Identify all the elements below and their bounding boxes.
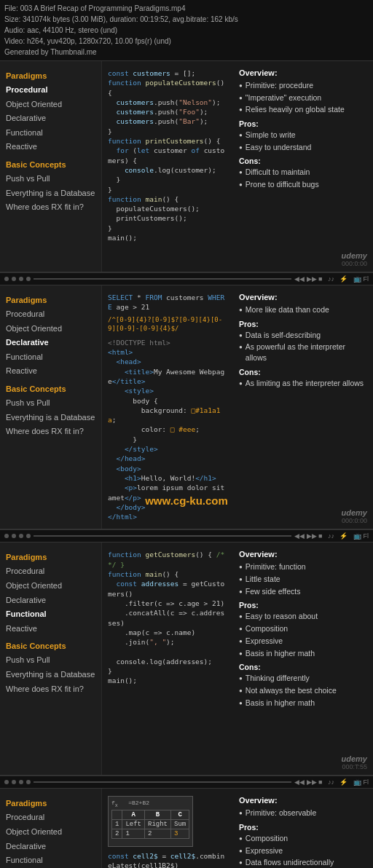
overview-bullet-3: Relies heavily on global state — [239, 104, 367, 115]
info-panel-declarative: Overview: More like data than code Pros:… — [233, 285, 373, 529]
top-bar: File: 003 A Brief Recap of Programming P… — [0, 0, 373, 61]
overview-title-1: Overview: — [239, 68, 367, 77]
video-bar-1: ◀◀ ▶▶ ■ ♪♪ ⚡ 📺 Fl — [0, 272, 373, 285]
sidebar-item-functional-1[interactable]: Functional — [6, 126, 95, 141]
cons-bullet-func-2: Not always the best choice — [239, 685, 367, 696]
timecode-1: 000:0:00 — [342, 260, 367, 267]
sidebar-item-functional-2[interactable]: Functional — [6, 350, 95, 365]
sidebar-paradigms-title-3: Paradigms — [6, 553, 95, 561]
cons-bullet-1: Difficult to maintain — [239, 167, 367, 178]
vbar2-dot-1 — [4, 534, 9, 538]
cons-title-2: Cons: — [239, 368, 367, 376]
vbar-text-1: ◀◀ ▶▶ ■ ♪♪ ⚡ 📺 Fl — [294, 275, 369, 283]
overview-bullet-func-2: Little state — [239, 574, 367, 585]
sidebar-item-functional-3[interactable]: Functional — [6, 607, 95, 622]
overview-bullet-2: "Imperative" execution — [239, 92, 367, 103]
pros-bullet-func-2: Composition — [239, 623, 367, 634]
cons-bullet-func-1: Thinking differently — [239, 673, 367, 684]
sidebar-item-declarative-1[interactable]: Declarative — [6, 111, 95, 126]
code-area-functional: function getCustomers() { /* */ } functi… — [102, 542, 233, 775]
cons-title-1: Cons: — [239, 157, 367, 165]
pros-bullet-func-4: Basis in higher math — [239, 648, 367, 659]
sidebar-item-pushpull-2[interactable]: Push vs Pull — [6, 396, 95, 411]
overview-title-2: Overview: — [239, 293, 367, 301]
sidebar-item-pushpull-3[interactable]: Push vs Pull — [6, 653, 95, 668]
sidebar-item-rx-3[interactable]: Where does RX fit in? — [6, 682, 95, 697]
cg-watermark: www.cg-ku.com — [145, 494, 228, 507]
pros-title-2: Pros: — [239, 320, 367, 328]
watermark-1: udemy 000:0:00 — [342, 251, 367, 267]
udemy-logo-3: udemy — [342, 754, 367, 763]
section-procedural: Paradigms Procedural Object Oriented Dec… — [0, 61, 373, 272]
vbar-dot-2 — [12, 277, 16, 281]
vbar3-line-1 — [34, 781, 291, 783]
vbar2-dot-3 — [19, 534, 23, 538]
spreadsheet-widget: fx =B2+B2 ABC 1LeftRightSum 2123 — [108, 796, 193, 847]
vbar3-dot-3 — [19, 780, 23, 784]
sidebar-item-db-1[interactable]: Everything is a Database — [6, 186, 95, 201]
pros-bullet-func-1: Easy to reason about — [239, 611, 367, 622]
sidebar-item-pushpull-1[interactable]: Push vs Pull — [6, 172, 95, 186]
sidebar-item-rx-2[interactable]: Where does RX fit in? — [6, 425, 95, 439]
section-reactive: Paradigms Procedural Object Oriented Dec… — [0, 789, 373, 868]
pros-bullet-react-1: Composition — [239, 833, 367, 844]
vbar2-line-1 — [34, 535, 291, 537]
vbar3-dot-2 — [12, 780, 16, 784]
sidebar-basic-concepts-title-1: Basic Concepts — [6, 160, 95, 169]
udemy-logo-2: udemy — [342, 508, 367, 517]
filename: File: 003 A Brief Recap of Programming P… — [4, 3, 369, 14]
vbar-dot-4 — [26, 277, 31, 281]
sidebar-item-declarative-4[interactable]: Declarative — [6, 840, 95, 854]
vbar-line-1 — [34, 278, 291, 280]
sidebar-item-procedural-1[interactable]: Procedural — [6, 83, 95, 98]
sidebar-basic-concepts-title-2: Basic Concepts — [6, 384, 95, 393]
generated-by: Generated by Thumbnail.me — [4, 47, 369, 58]
pros-bullet-dec-1: Data is self-describing — [239, 330, 367, 341]
sidebar-item-functional-4[interactable]: Functional — [6, 853, 95, 868]
cons-title-3: Cons: — [239, 663, 367, 671]
overview-bullet-1: Primitive: procedure — [239, 80, 367, 91]
sidebar-item-reactive-2[interactable]: Reactive — [6, 364, 95, 379]
overview-bullet-react-1: Primitive: observable — [239, 808, 367, 818]
overview-title-3: Overview: — [239, 550, 367, 559]
vbar2-dot-4 — [26, 534, 31, 538]
sidebar-item-procedural-2[interactable]: Procedural — [6, 307, 95, 322]
overview-title-4: Overview: — [239, 796, 367, 805]
code-area-reactive: fx =B2+B2 ABC 1LeftRightSum 2123 const c… — [102, 789, 233, 868]
info-panel-reactive: Overview: Primitive: observable Pros: Co… — [233, 789, 373, 868]
vbar2-dot-2 — [12, 534, 16, 538]
sidebar-item-declarative-3[interactable]: Declarative — [6, 593, 95, 608]
vbar-dot-1 — [4, 277, 9, 281]
timecode-3: 000:T:55 — [342, 763, 367, 770]
sidebar-item-db-3[interactable]: Everything is a Database — [6, 668, 95, 682]
video-bar-2: ◀◀ ▶▶ ■ ♪♪ ⚡ 📺 Fl — [0, 529, 373, 542]
pros-bullet-1: Simple to write — [239, 130, 367, 141]
sidebar-item-oo-1[interactable]: Object Oriented — [6, 98, 95, 112]
sidebar-paradigms-title-1: Paradigms — [6, 71, 95, 80]
sidebar-basic-concepts-title-3: Basic Concepts — [6, 642, 95, 650]
sidebar-item-db-2[interactable]: Everything is a Database — [6, 411, 95, 425]
audio-info: Audio: aac, 44100 Hz, stereo (und) — [4, 25, 369, 36]
sidebar-item-procedural-3[interactable]: Procedural — [6, 564, 95, 579]
video-info: Video: h264, yuv420p, 1280x720, 10.00 fp… — [4, 36, 369, 47]
pros-title-4: Pros: — [239, 823, 367, 832]
sidebar-item-oo-3[interactable]: Object Oriented — [6, 579, 95, 593]
sidebar-item-rx-1[interactable]: Where does RX fit in? — [6, 200, 95, 215]
vbar-dot-3 — [19, 277, 23, 281]
pros-bullet-react-2: Expressive — [239, 845, 367, 856]
pros-bullet-dec-2: As powerful as the interpreter allows — [239, 342, 367, 363]
vbar3-dot-4 — [26, 780, 31, 784]
pros-bullet-func-3: Expressive — [239, 636, 367, 647]
filesize: Size: 341074k bytes (3.00 MiB), duration… — [4, 14, 369, 25]
sidebar-item-procedural-4[interactable]: Procedural — [6, 810, 95, 825]
sidebar-item-reactive-3[interactable]: Reactive — [6, 622, 95, 636]
code-area-declarative: SELECT * FROM customers WHERE age > 21 /… — [102, 285, 233, 529]
sidebar-paradigms-title-2: Paradigms — [6, 296, 95, 304]
sidebar-item-oo-2[interactable]: Object Oriented — [6, 322, 95, 336]
sidebar-item-oo-4[interactable]: Object Oriented — [6, 825, 95, 840]
watermark-3: udemy 000:T:55 — [342, 754, 367, 770]
sidebar-item-reactive-1[interactable]: Reactive — [6, 140, 95, 154]
watermark-2: udemy 000:0:00 — [342, 508, 367, 524]
sidebar-item-declarative-2[interactable]: Declarative — [6, 336, 95, 350]
sidebar-1: Paradigms Procedural Object Oriented Dec… — [0, 61, 102, 272]
